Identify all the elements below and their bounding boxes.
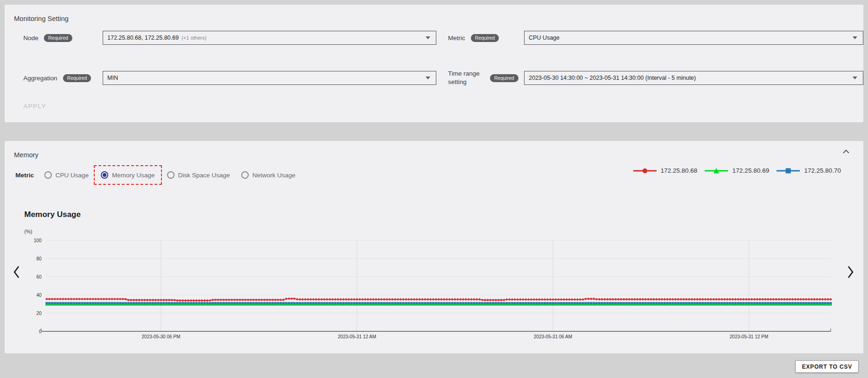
- chevron-left-icon: [13, 266, 20, 279]
- dropdown-caret-icon: [853, 77, 857, 79]
- aggregation-field-group: Aggregation Required MIN: [23, 71, 436, 85]
- radio-selected-icon: [101, 171, 108, 179]
- svg-text:100: 100: [34, 238, 42, 243]
- radio-unselected-icon: [44, 171, 52, 179]
- legend-item-172-25-80-68[interactable]: 172.25.80.68: [633, 167, 698, 174]
- radio-option-network-usage[interactable]: Network Usage: [241, 171, 295, 179]
- radio-option-memory-usage[interactable]: Memory Usage: [94, 165, 162, 185]
- legend-label: 172.25.80.69: [732, 167, 769, 174]
- legend-label: 172.25.80.68: [661, 167, 698, 174]
- metric-select[interactable]: CPU Usage: [524, 31, 863, 45]
- metric-radio-group: Metric CPU UsageMemory UsageDisk Space U…: [15, 165, 307, 185]
- export-to-csv-button[interactable]: EXPORT TO CSV: [795, 360, 859, 373]
- legend-item-172-25-80-70[interactable]: 172.25.80.70: [777, 167, 841, 174]
- triangle-marker-icon: [705, 168, 728, 174]
- aggregation-value: MIN: [107, 75, 118, 81]
- circle-marker-icon: [633, 168, 657, 174]
- legend-label: 172.25.80.70: [804, 167, 841, 174]
- svg-text:60: 60: [36, 274, 42, 280]
- radio-option-disk-space-usage[interactable]: Disk Space Usage: [167, 171, 230, 179]
- radio-option-cpu-usage[interactable]: CPU Usage: [44, 171, 89, 179]
- time-range-value: 2023-05-30 14:30:00 ~ 2023-05-31 14:30:0…: [529, 75, 696, 81]
- radio-option-label: Disk Space Usage: [178, 172, 230, 179]
- radio-option-label: Network Usage: [252, 172, 295, 179]
- chevron-up-icon: [842, 149, 850, 154]
- dropdown-caret-icon: [853, 36, 857, 39]
- required-badge: Required: [490, 74, 518, 82]
- svg-text:20: 20: [36, 311, 42, 316]
- chart-y-axis-unit: (%): [24, 229, 32, 234]
- node-field-group: Node Required 172.25.80.68, 172.25.80.69…: [23, 31, 436, 45]
- panel-title: Monitoring Setting: [14, 15, 69, 22]
- collapse-panel-button[interactable]: [841, 147, 851, 156]
- time-range-field-group: Time range setting Required 2023-05-30 1…: [448, 71, 863, 85]
- time-range-select[interactable]: 2023-05-30 14:30:00 ~ 2023-05-31 14:30:0…: [524, 71, 863, 85]
- svg-text:2023-05-31 12 AM: 2023-05-31 12 AM: [338, 334, 376, 339]
- chart-legend: 172.25.80.68172.25.80.69172.25.80.70: [626, 167, 841, 174]
- svg-text:80: 80: [36, 256, 42, 261]
- memory-panel: Memory Metric CPU UsageMemory UsageDisk …: [5, 141, 863, 353]
- apply-button[interactable]: APPLY: [23, 103, 46, 110]
- svg-text:2023-05-30 06 PM: 2023-05-30 06 PM: [142, 334, 181, 339]
- monitoring-setting-panel: Monitoring Setting Node Required 172.25.…: [5, 5, 863, 122]
- chart-title: Memory Usage: [24, 210, 81, 219]
- metric-label: Metric: [448, 35, 465, 42]
- chevron-right-icon: [847, 266, 854, 279]
- radio-unselected-icon: [241, 171, 249, 179]
- aggregation-select[interactable]: MIN: [103, 71, 436, 85]
- dropdown-caret-icon: [426, 36, 430, 39]
- svg-text:40: 40: [36, 293, 42, 298]
- radio-option-label: CPU Usage: [56, 172, 89, 179]
- metric-group-label: Metric: [15, 172, 34, 179]
- time-range-label: Time range setting: [448, 70, 484, 86]
- aggregation-label: Aggregation: [23, 75, 57, 82]
- required-badge: Required: [44, 34, 72, 42]
- radio-option-label: Memory Usage: [112, 172, 155, 179]
- chart-prev-button[interactable]: [10, 265, 22, 280]
- required-badge: Required: [471, 34, 499, 42]
- chart-next-button[interactable]: [845, 265, 857, 280]
- node-label: Node: [23, 35, 38, 42]
- svg-text:2023-05-31 12 PM: 2023-05-31 12 PM: [730, 334, 769, 339]
- dropdown-caret-icon: [426, 77, 430, 79]
- metric-value: CPU Usage: [529, 35, 560, 41]
- memory-panel-title: Memory: [14, 151, 38, 159]
- node-value-suffix: (+1 others): [182, 35, 207, 41]
- legend-item-172-25-80-69[interactable]: 172.25.80.69: [705, 167, 769, 174]
- node-select[interactable]: 172.25.80.68, 172.25.80.69 (+1 others): [103, 31, 436, 45]
- memory-usage-chart: 0204060801002023-05-30 06 PM2023-05-31 1…: [30, 234, 842, 344]
- required-badge: Required: [63, 74, 91, 82]
- svg-text:2023-05-31 06 AM: 2023-05-31 06 AM: [534, 334, 572, 339]
- node-value: 172.25.80.68, 172.25.80.69: [107, 35, 179, 41]
- radio-unselected-icon: [167, 171, 175, 179]
- square-marker-icon: [777, 168, 800, 174]
- monitoring-page: { "monitoring": { "title": "Monitoring S…: [0, 0, 868, 378]
- metric-field-group: Metric Required CPU Usage: [448, 31, 863, 45]
